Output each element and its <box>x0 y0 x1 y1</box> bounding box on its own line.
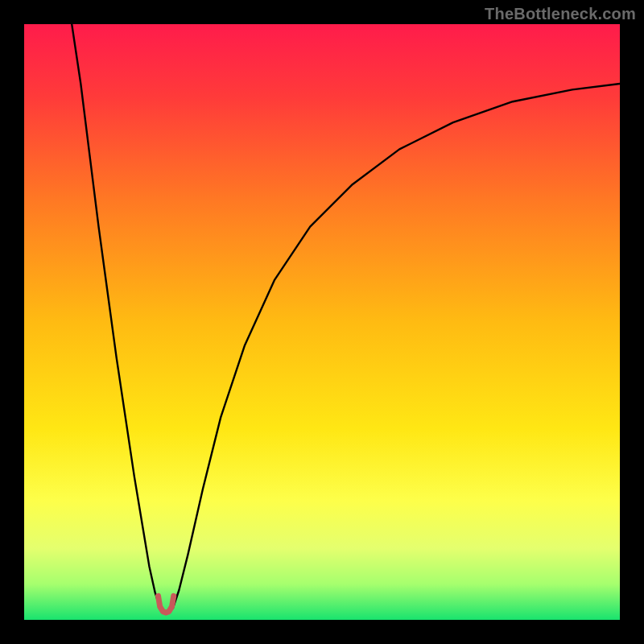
watermark-label: TheBottleneck.com <box>485 5 636 23</box>
chart-plot-area <box>24 24 620 620</box>
chart-svg <box>24 24 620 620</box>
chart-frame: TheBottleneck.com <box>0 0 644 644</box>
chart-background <box>24 24 620 620</box>
